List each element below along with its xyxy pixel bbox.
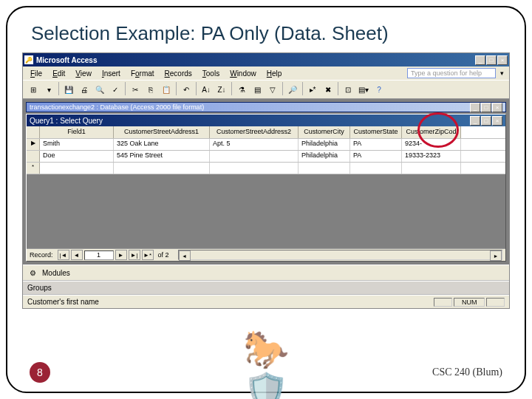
col-zip[interactable]: CustomerZipCod xyxy=(402,126,461,138)
cell[interactable]: Doe xyxy=(40,151,114,162)
paste-button[interactable]: 📋 xyxy=(159,82,174,97)
apply-filter-button[interactable]: ▽ xyxy=(265,82,280,97)
cell[interactable]: Philadelphia xyxy=(299,151,350,162)
print-preview-button[interactable]: 🔍 xyxy=(92,82,107,97)
menu-chevron-icon[interactable]: ▾ xyxy=(497,69,506,77)
nav-last-button[interactable]: ►| xyxy=(129,250,140,260)
cell[interactable] xyxy=(210,151,299,162)
status-empty xyxy=(434,298,452,307)
col-field1[interactable]: Field1 xyxy=(40,126,114,138)
nav-first-button[interactable]: |◄ xyxy=(58,250,69,260)
datasheet-grid[interactable]: Field1 CustomerStreetAddress1 CustomerSt… xyxy=(27,126,505,174)
nav-next-button[interactable]: ► xyxy=(115,250,127,260)
menu-format[interactable]: Format xyxy=(126,69,159,78)
cell[interactable] xyxy=(402,163,461,174)
cell[interactable] xyxy=(350,163,402,174)
table-row[interactable]: ▶ Smith 325 Oak Lane Apt. 5 Philadelphia… xyxy=(27,139,505,151)
undo-button[interactable]: ↶ xyxy=(179,82,194,97)
menu-file[interactable]: File xyxy=(26,69,47,78)
table-row[interactable]: Doe 545 Pine Street Philadelphia PA 1933… xyxy=(27,151,505,163)
col-city[interactable]: CustomerCity xyxy=(299,126,350,138)
print-button[interactable]: 🖨 xyxy=(77,82,92,97)
filter-form-button[interactable]: ▤ xyxy=(250,82,265,97)
database-window-button[interactable]: ⊡ xyxy=(341,82,355,97)
cell[interactable]: 9234- xyxy=(402,139,461,150)
horizontal-scrollbar[interactable] xyxy=(178,250,502,260)
column-headers[interactable]: Field1 CustomerStreetAddress1 CustomerSt… xyxy=(27,126,505,139)
row-selector[interactable]: ▶ xyxy=(27,139,40,150)
cell[interactable] xyxy=(210,163,299,174)
new-record-button[interactable]: ▸* xyxy=(305,82,320,97)
row-selector-new[interactable]: * xyxy=(27,163,40,174)
save-button[interactable]: 💾 xyxy=(61,82,76,97)
col-addr1[interactable]: CustomerStreetAddress1 xyxy=(114,126,210,138)
cell[interactable] xyxy=(114,163,210,174)
status-text: Customer's first name xyxy=(27,298,99,306)
cell[interactable]: Apt. 5 xyxy=(210,139,299,150)
filter-selection-button[interactable]: ⚗ xyxy=(234,82,249,97)
cut-button[interactable]: ✂ xyxy=(128,82,143,97)
cell[interactable]: Smith xyxy=(40,139,114,150)
sort-asc-button[interactable]: A↓ xyxy=(199,82,214,97)
col-state[interactable]: CustomerState xyxy=(350,126,402,138)
cell[interactable]: Philadelphia xyxy=(299,139,350,150)
select-all-corner[interactable] xyxy=(27,126,40,138)
nav-current-field[interactable]: 1 xyxy=(84,250,114,260)
cell[interactable]: 545 Pine Street xyxy=(114,151,210,162)
db-maximize-button[interactable]: □ xyxy=(481,103,491,112)
nav-prev-button[interactable]: ◄ xyxy=(71,250,83,260)
help-button[interactable]: ? xyxy=(372,82,386,97)
find-button[interactable]: 🔎 xyxy=(285,82,300,97)
query-datasheet-window: Query1 : Select Query _ □ × Field1 Custo… xyxy=(26,114,506,262)
status-num: NUM xyxy=(454,298,485,307)
query-minimize-button[interactable]: _ xyxy=(470,116,480,126)
empty-grid-area xyxy=(27,174,505,248)
menu-help[interactable]: Help xyxy=(262,69,287,78)
close-button[interactable]: × xyxy=(497,55,508,65)
col-addr2[interactable]: CustomerStreetAddress2 xyxy=(210,126,299,138)
spelling-button[interactable]: ✓ xyxy=(108,82,123,97)
row-selector[interactable] xyxy=(27,151,40,162)
db-close-button[interactable]: × xyxy=(492,103,502,112)
query-maximize-button[interactable]: □ xyxy=(481,116,491,126)
cell[interactable] xyxy=(40,163,114,174)
modules-label: Modules xyxy=(42,269,70,277)
delete-record-button[interactable]: ✖ xyxy=(321,82,335,97)
modules-category[interactable]: ⚙ Modules xyxy=(23,265,509,281)
menu-window[interactable]: Window xyxy=(225,69,261,78)
view-dropdown-icon[interactable]: ▾ xyxy=(41,82,56,97)
cell[interactable]: PA xyxy=(350,151,402,162)
view-button[interactable]: ⊞ xyxy=(26,82,41,97)
slide-title: Selection Example: PA Only (Data. Sheet) xyxy=(31,22,510,45)
groups-category[interactable]: Groups xyxy=(23,281,509,295)
menu-insert[interactable]: Insert xyxy=(98,69,125,78)
nav-new-button[interactable]: ►* xyxy=(142,250,154,260)
table-row-new[interactable]: * xyxy=(27,163,505,174)
slide-number-badge: 8 xyxy=(30,362,50,383)
app-titlebar: 🔑 Microsoft Access _ □ × xyxy=(23,53,509,66)
new-object-button[interactable]: ▤▾ xyxy=(356,82,371,97)
database-window-title: transactionexchange2 : Database (Access … xyxy=(30,103,204,111)
menu-records[interactable]: Records xyxy=(160,69,197,78)
query-close-button[interactable]: × xyxy=(492,116,502,126)
database-objects-pane: ⚙ Modules Groups xyxy=(23,265,509,295)
menu-edit[interactable]: Edit xyxy=(48,69,69,78)
copy-button[interactable]: ⎘ xyxy=(143,82,158,97)
cell[interactable]: PA xyxy=(350,139,402,150)
cell[interactable]: 19333-2323 xyxy=(402,151,461,162)
statusbar: Customer's first name NUM xyxy=(23,295,509,308)
toolbar: ⊞ ▾ 💾 🖨 🔍 ✓ ✂ ⎘ 📋 ↶ A↓ Z↓ ⚗ ▤ ▽ 🔎 ▸* ✖ xyxy=(23,80,509,99)
sort-desc-button[interactable]: Z↓ xyxy=(214,82,229,97)
minimize-button[interactable]: _ xyxy=(475,55,485,65)
cell[interactable]: 325 Oak Lane xyxy=(114,139,210,150)
db-minimize-button[interactable]: _ xyxy=(470,103,480,112)
mdi-workspace: transactionexchange2 : Database (Access … xyxy=(23,99,509,265)
maximize-button[interactable]: □ xyxy=(486,55,497,65)
help-search-input[interactable]: Type a question for help xyxy=(407,68,496,78)
cell[interactable] xyxy=(299,163,350,174)
menu-tools[interactable]: Tools xyxy=(198,69,224,78)
query-window-titlebar[interactable]: Query1 : Select Query _ □ × xyxy=(27,115,505,126)
database-window-titlebar[interactable]: transactionexchange2 : Database (Access … xyxy=(26,102,506,112)
query-window-title: Query1 : Select Query xyxy=(30,117,103,125)
menu-view[interactable]: View xyxy=(71,69,96,78)
